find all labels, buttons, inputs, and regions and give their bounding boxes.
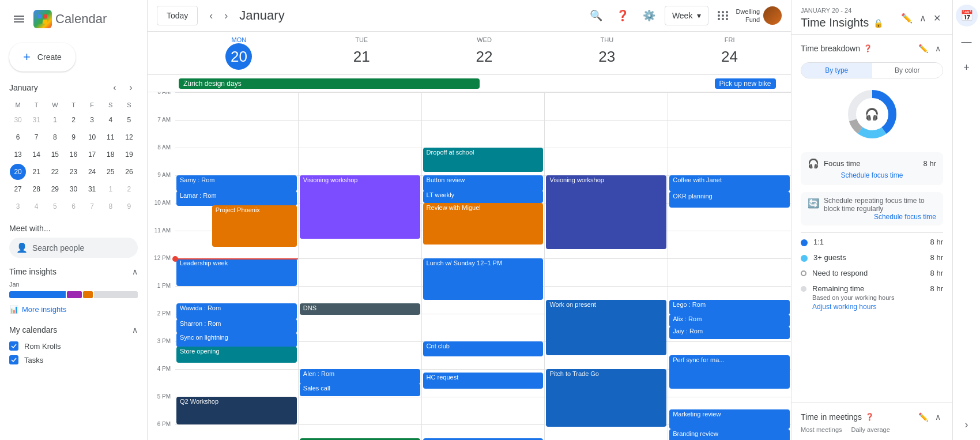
mini-cal-prev[interactable]: ‹ [108,81,122,95]
meetings-collapse-icon[interactable]: ∧ [933,410,943,424]
adjust-working-hours-link[interactable]: Adjust working hours [812,303,876,311]
mini-cal-day[interactable]: 14 [28,146,44,163]
mini-cal-day[interactable]: 19 [121,146,137,163]
event-crit-club[interactable]: Crit club [423,341,544,356]
event-wawida[interactable]: Wawida : Rom [176,303,297,319]
mini-cal-day[interactable]: 7 [28,129,44,145]
mini-cal-day[interactable]: 17 [84,146,100,163]
mini-cal-day[interactable]: 24 [84,164,100,180]
event-store-opening[interactable]: Store opening [176,347,297,363]
mini-cal-day[interactable]: 21 [28,164,44,180]
event-lego-rom[interactable]: Lego : Rom [669,300,790,315]
day-header-thu[interactable]: THU 23 [545,32,668,74]
tasks-checkbox[interactable] [9,355,18,364]
mini-cal-day[interactable]: 5 [121,112,137,128]
search-people-input[interactable]: 👤 Search people [9,238,138,258]
event-dropoff[interactable]: Dropoff at school [423,148,544,172]
breakdown-edit-icon[interactable]: ✏️ [916,42,930,55]
schedule-focus-repeat-link[interactable]: Schedule focus time [824,213,936,221]
mini-cal-day[interactable]: 3 [84,112,100,128]
day-header-fri[interactable]: FRI 24 [668,32,791,74]
event-perf-sync[interactable]: Perf sync for ma... [669,355,790,389]
event-q2-workshop[interactable]: Q2 Workshop [176,397,297,424]
event-lamar-rom[interactable]: Lamar : Rom [176,191,297,206]
event-hc-request[interactable]: HC request [423,373,544,389]
event-button-review[interactable]: Button review [423,175,544,191]
event-alen-rom[interactable]: Alen : Rom [300,369,420,384]
event-samy-rom[interactable]: Samy : Rom [176,175,297,191]
event-marketing-review[interactable]: Marketing review [669,409,790,429]
mini-cal-day[interactable]: 13 [10,146,26,163]
mini-cal-day[interactable]: 30 [65,181,81,197]
help-button[interactable]: ❓ [612,5,634,27]
mini-cal-day[interactable]: 27 [10,181,26,197]
right-sidebar-minus-btn[interactable]: — [957,31,977,52]
mini-cal-day[interactable]: 31 [84,181,100,197]
breakdown-help-icon[interactable]: ❓ [864,44,872,52]
calendars-collapse-icon[interactable]: ∧ [132,325,138,334]
mini-cal-day[interactable]: 29 [47,181,63,197]
event-review-miguel[interactable]: Review with Miguel [423,203,544,245]
mini-cal-day[interactable]: 22 [47,164,63,180]
tab-by-type[interactable]: By type [801,63,872,78]
week-selector[interactable]: Week ▾ [665,6,709,25]
mini-cal-day[interactable]: 4 [103,112,119,128]
mini-cal-day[interactable]: 28 [28,181,44,197]
allday-event-zurich[interactable]: Zürich design days [179,78,480,89]
mini-cal-day[interactable]: 26 [121,164,137,180]
mini-cal-day[interactable]: 16 [65,146,81,163]
event-coffee-janet[interactable]: Coffee with Janet [669,175,790,191]
mini-cal-day[interactable]: 8 [103,198,119,215]
mini-cal-day[interactable]: 25 [103,164,119,180]
mini-cal-day[interactable]: 23 [65,164,81,180]
event-jaiy-rom[interactable]: Jaiy : Rom [669,326,790,339]
event-visioning-thu[interactable]: Visioning workshop [546,175,666,249]
mini-cal-day[interactable]: 6 [65,198,81,215]
mini-cal-day[interactable]: 10 [84,129,100,145]
mini-cal-day[interactable]: 1 [103,181,119,197]
event-sales-call[interactable]: Sales call [300,383,420,396]
mini-cal-day[interactable]: 6 [10,129,26,145]
insights-close-button[interactable]: ✕ [931,10,943,26]
mini-cal-next[interactable]: › [124,81,138,95]
today-button[interactable]: Today [157,6,198,25]
day-header-wed[interactable]: WED 22 [423,32,546,74]
event-project-phoenix[interactable]: Project Phoenix [212,205,297,247]
meetings-edit-icon[interactable]: ✏️ [916,410,930,424]
allday-event-bike[interactable]: Pick up new bike [715,78,776,89]
event-leadership[interactable]: Leadership week [176,258,297,286]
event-work-present[interactable]: Work on present [546,300,666,355]
time-insights-collapse-icon[interactable]: ∧ [132,267,138,276]
day-num-wed[interactable]: 22 [471,43,497,70]
mini-cal-day[interactable]: 30 [10,112,26,128]
hamburger-button[interactable] [9,9,29,29]
settings-button[interactable]: ⚙️ [638,5,660,27]
day-num-mon[interactable]: 20 [225,43,252,70]
mini-cal-day[interactable]: 5 [47,198,63,215]
apps-button[interactable] [713,6,731,25]
next-week-button[interactable]: › [220,5,232,27]
event-lt-weekly[interactable]: LT weekly [423,190,544,203]
right-sidebar-calendar-btn[interactable]: 📅 [956,5,978,27]
mini-cal-day[interactable]: 9 [121,198,137,215]
event-visioning-tue[interactable]: Visioning workshop [300,175,420,239]
event-lunch-sunday[interactable]: Lunch w/ Sunday 12–1 PM [423,258,544,300]
mini-cal-day[interactable]: 15 [47,146,63,163]
tab-by-color[interactable]: By color [872,63,943,78]
search-button[interactable]: 🔍 [585,5,607,27]
calendar-item-tasks[interactable]: Tasks [9,353,138,367]
day-num-tue[interactable]: 21 [348,43,375,70]
more-insights-button[interactable]: 📊 More insights [9,303,66,316]
insights-collapse-button[interactable]: ∧ [917,10,929,26]
prev-week-button[interactable]: ‹ [205,5,217,27]
mini-cal-day[interactable]: 18 [103,146,119,163]
event-alix-rom[interactable]: Alix : Rom [669,314,790,327]
event-branding-review[interactable]: Branding review [669,429,790,440]
mini-cal-day[interactable]: 4 [28,198,44,215]
mini-cal-today[interactable]: 20 [10,164,26,180]
day-header-mon[interactable]: MON 20 [178,32,300,74]
day-num-thu[interactable]: 23 [594,43,620,70]
event-sharron[interactable]: Sharron : Rom [176,319,297,333]
user-profile[interactable]: Dwelling Fund [736,6,782,25]
rom-krolls-checkbox[interactable] [9,341,18,351]
